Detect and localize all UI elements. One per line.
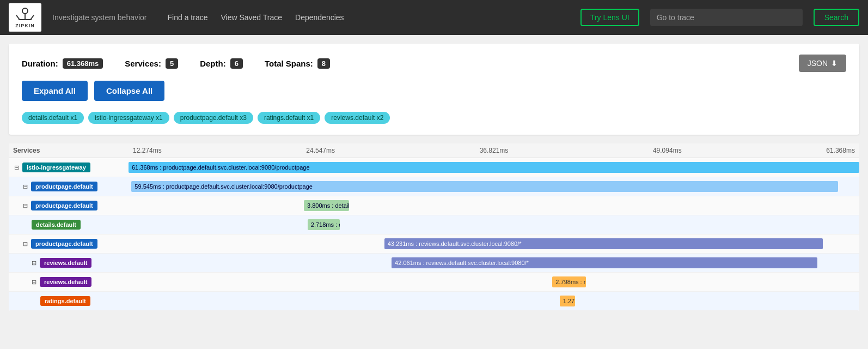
summary-stats-row: Duration: 61.368ms Services: 5 Depth: 6 …: [22, 55, 846, 72]
collapse-icon[interactable]: ⊟: [23, 240, 28, 248]
download-icon: ⬇: [831, 59, 838, 68]
span-bar[interactable]: 59.545ms : productpage.default.svc.clust…: [131, 181, 838, 192]
json-download-button[interactable]: JSON ⬇: [799, 55, 846, 72]
collapse-all-button[interactable]: Collapse All: [94, 81, 164, 101]
tag-reviews[interactable]: reviews.default x2: [325, 112, 390, 124]
table-row[interactable]: ⊟productpage.default3.800ms : details.de…: [9, 196, 859, 215]
span-bar-cell: 1.273ms : ratings.default.svc.cluster.lo…: [129, 292, 859, 310]
navbar-tagline: Investigate system behavior: [52, 13, 147, 22]
table-row[interactable]: ⊟productpage.default43.231ms : reviews.d…: [9, 234, 859, 254]
table-row[interactable]: ratings.default1.273ms : ratings.default…: [9, 292, 859, 311]
collapse-icon[interactable]: ⊟: [23, 183, 28, 190]
expand-collapse-row: Expand All Collapse All: [22, 81, 846, 101]
span-bar[interactable]: 43.231ms : reviews.default.svc.cluster.l…: [384, 238, 823, 249]
service-badge: productpage.default: [31, 239, 97, 249]
try-lens-button[interactable]: Try Lens UI: [580, 9, 639, 26]
svg-line-3: [16, 15, 20, 20]
search-button[interactable]: Search: [814, 9, 859, 26]
service-cell: ratings.default: [9, 294, 129, 308]
span-bar[interactable]: 2.798ms : ratings.default.svc.cluster.lo…: [552, 276, 586, 287]
tick-5: 61.368ms: [826, 147, 855, 154]
navbar: ZIPKIN Investigate system behavior Find …: [0, 0, 868, 35]
summary-panel: Duration: 61.368ms Services: 5 Depth: 6 …: [9, 44, 859, 135]
logo[interactable]: ZIPKIN: [9, 3, 41, 32]
collapse-icon[interactable]: ⊟: [32, 260, 36, 267]
span-bar[interactable]: 61.368ms : productpage.default.svc.clust…: [129, 162, 859, 173]
span-bar-cell: 61.368ms : productpage.default.svc.clust…: [129, 158, 859, 177]
span-bar-cell: 3.800ms : details.default.svc.cluster.lo…: [129, 196, 859, 215]
span-bar-cell: 42.061ms : reviews.default.svc.cluster.l…: [129, 254, 859, 272]
span-bar-cell: 2.718ms : details.default.svc.cluster.lo…: [129, 215, 859, 234]
collapse-icon[interactable]: ⊟: [32, 279, 36, 286]
trace-timeline: Services 12.274ms 24.547ms 36.821ms 49.0…: [9, 143, 859, 311]
logo-box: ZIPKIN: [9, 3, 41, 32]
tick-3: 36.821ms: [480, 147, 509, 154]
service-badge: reviews.default: [40, 258, 91, 268]
goto-trace-input[interactable]: [650, 9, 803, 26]
nav-find-trace[interactable]: Find a trace: [163, 11, 212, 24]
table-row[interactable]: ⊟istio-ingressgateway61.368ms : productp…: [9, 158, 859, 177]
table-row[interactable]: details.default2.718ms : details.default…: [9, 215, 859, 234]
tag-ratings[interactable]: ratings.default x1: [258, 112, 320, 124]
span-bar-cell: 43.231ms : reviews.default.svc.cluster.l…: [129, 234, 859, 253]
table-row[interactable]: ⊟reviews.default2.798ms : ratings.defaul…: [9, 273, 859, 292]
service-tags-row: details.default x1 istio-ingressgateway …: [22, 112, 846, 124]
navbar-nav: Find a trace View Saved Trace Dependenci…: [163, 11, 349, 24]
svg-point-0: [22, 8, 28, 14]
service-badge: details.default: [32, 220, 81, 230]
tag-details[interactable]: details.default x1: [22, 112, 84, 124]
timeline-header: Services 12.274ms 24.547ms 36.821ms 49.0…: [9, 143, 859, 158]
tag-productpage[interactable]: productpage.default x3: [174, 112, 253, 124]
span-bar-cell: 2.798ms : ratings.default.svc.cluster.lo…: [129, 273, 859, 291]
svg-line-4: [30, 15, 34, 20]
collapse-icon[interactable]: ⊟: [14, 164, 19, 171]
services-value: 5: [166, 58, 178, 69]
span-bar-cell: 59.545ms : productpage.default.svc.clust…: [129, 177, 859, 196]
service-cell: ⊟reviews.default: [9, 275, 129, 289]
services-label: Services:: [125, 59, 161, 68]
service-cell: details.default: [9, 218, 129, 232]
service-badge: istio-ingressgateway: [22, 163, 90, 172]
total-spans-label: Total Spans:: [265, 59, 313, 68]
duration-value: 61.368ms: [63, 58, 103, 69]
logo-text: ZIPKIN: [15, 23, 35, 28]
timeline-column-header: 12.274ms 24.547ms 36.821ms 49.094ms 61.3…: [129, 147, 859, 154]
services-column-header: Services: [9, 147, 129, 154]
depth-value: 6: [230, 58, 243, 69]
tick-2: 24.547ms: [306, 147, 335, 154]
service-cell: ⊟productpage.default: [9, 237, 129, 251]
service-badge: ratings.default: [40, 296, 90, 306]
tick-1: 12.274ms: [133, 147, 162, 154]
span-bar[interactable]: 42.061ms : reviews.default.svc.cluster.l…: [392, 257, 817, 268]
nav-view-saved[interactable]: View Saved Trace: [216, 11, 286, 24]
service-cell: ⊟istio-ingressgateway: [9, 160, 129, 174]
json-label: JSON: [808, 59, 828, 68]
service-cell: ⊟reviews.default: [9, 256, 129, 270]
service-badge: productpage.default: [31, 201, 97, 210]
service-cell: ⊟productpage.default: [9, 198, 129, 213]
depth-label: Depth:: [200, 59, 226, 68]
service-cell: ⊟productpage.default: [9, 179, 129, 194]
span-bar[interactable]: 2.718ms : details.default.svc.cluster.lo…: [308, 219, 340, 230]
collapse-icon[interactable]: ⊟: [23, 202, 28, 209]
tag-istio[interactable]: istio-ingressgateway x1: [88, 112, 169, 124]
duration-stat: Duration: 61.368ms: [22, 58, 103, 69]
total-spans-stat: Total Spans: 8: [265, 58, 330, 69]
span-bar[interactable]: 1.273ms : ratings.default.svc.cluster.lo…: [560, 296, 575, 306]
duration-label: Duration:: [22, 59, 58, 68]
total-spans-value: 8: [317, 58, 330, 69]
depth-stat: Depth: 6: [200, 58, 243, 69]
expand-all-button[interactable]: Expand All: [22, 81, 88, 101]
nav-dependencies[interactable]: Dependencies: [291, 11, 349, 24]
services-stat: Services: 5: [125, 58, 178, 69]
timeline-ticks: 12.274ms 24.547ms 36.821ms 49.094ms 61.3…: [129, 147, 859, 154]
table-row[interactable]: ⊟productpage.default59.545ms : productpa…: [9, 177, 859, 196]
span-bar[interactable]: 3.800ms : details.default.svc.cluster.lo…: [304, 200, 349, 211]
trace-rows-container: ⊟istio-ingressgateway61.368ms : productp…: [9, 158, 859, 311]
service-badge: productpage.default: [31, 182, 97, 191]
tick-4: 49.094ms: [653, 147, 682, 154]
table-row[interactable]: ⊟reviews.default42.061ms : reviews.defau…: [9, 254, 859, 273]
service-badge: reviews.default: [40, 277, 91, 287]
